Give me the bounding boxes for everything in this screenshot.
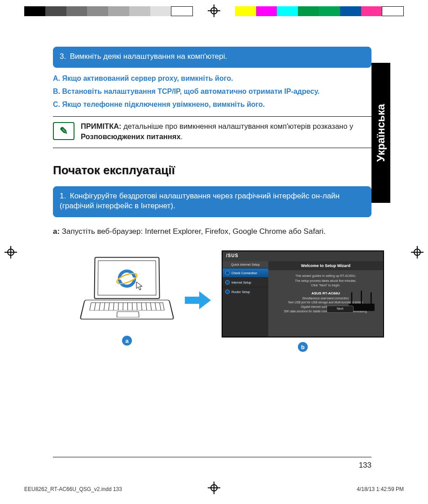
swatch bbox=[24, 6, 45, 16]
swatch bbox=[340, 6, 361, 16]
arrow-wrap bbox=[184, 290, 212, 312]
wizard-sidebar-item: Check Connection bbox=[223, 268, 268, 277]
swatch bbox=[277, 6, 298, 16]
swatch bbox=[382, 6, 404, 16]
wizard-main: Welcome to Setup Wizard This wizard guid… bbox=[268, 261, 383, 337]
page: Українська 3. Вимкніть деякі налаштуванн… bbox=[0, 0, 428, 504]
label-a-pill: a bbox=[122, 336, 132, 346]
wizard-sidebar-item: Router Setup bbox=[223, 287, 268, 296]
swatch bbox=[129, 6, 150, 16]
label-a-text: a bbox=[125, 337, 128, 344]
footer-datetime: 4/18/13 1:42:59 PM bbox=[357, 486, 404, 492]
sub-item-list: A. Якщо активований сервер proxy, вимкні… bbox=[53, 72, 371, 111]
note-row: ✎ ПРИМІТКА: детальніше про вимкнення нал… bbox=[53, 116, 371, 148]
substep-a-text: Запустіть веб-браузер: Internet Explorer… bbox=[60, 227, 326, 236]
step-text: Конфігуруйте бездротові налаштування чер… bbox=[60, 192, 340, 210]
cursor-icon bbox=[136, 281, 143, 290]
swatch bbox=[256, 6, 277, 16]
page-rule bbox=[53, 457, 371, 457]
wizard-line: The setup process takes about five minut… bbox=[273, 279, 379, 284]
step-dot-icon bbox=[225, 289, 230, 294]
laptop-lid bbox=[94, 257, 160, 299]
wizard-sidebar-header: Quick Internet Setup bbox=[223, 261, 268, 268]
registration-mark-icon bbox=[208, 4, 220, 17]
laptop-illustration: a bbox=[80, 257, 174, 346]
swatch bbox=[361, 6, 382, 16]
step-dot-icon bbox=[225, 280, 230, 285]
svg-rect-4 bbox=[361, 291, 362, 305]
laptop-trackpad bbox=[117, 311, 140, 317]
sub-item-c: C. Якщо телефонне підключення увімкнено,… bbox=[53, 98, 371, 111]
swatch bbox=[150, 6, 171, 16]
note-body-after: . bbox=[181, 132, 183, 140]
footer-filename: EEU8262_RT-AC66U_QSG_v2.indd 133 bbox=[24, 486, 122, 492]
step-text: Вимкніть деякі налаштування на комп'ютер… bbox=[70, 52, 227, 61]
swatch bbox=[235, 6, 256, 16]
swatch bbox=[298, 6, 319, 16]
note-icon-glyph: ✎ bbox=[60, 125, 68, 137]
registration-mark-icon bbox=[411, 246, 424, 259]
swatch bbox=[171, 6, 193, 16]
laptop-screen bbox=[98, 261, 157, 296]
step-dot-icon bbox=[225, 271, 230, 275]
step-number: 1. bbox=[60, 191, 68, 202]
language-tab-label: Українська bbox=[375, 104, 387, 162]
wizard-illustration: /SUS Quick Internet Setup Check Connecti… bbox=[222, 250, 384, 352]
wizard-title: Welcome to Setup Wizard bbox=[268, 261, 383, 270]
step-number: 3. bbox=[60, 52, 68, 62]
illustration-row: a /SUS Quick Internet Setup Check Connec… bbox=[80, 250, 371, 352]
wizard-sidebar-label: Check Connection bbox=[231, 272, 257, 275]
setup-wizard-window: /SUS Quick Internet Setup Check Connecti… bbox=[222, 250, 384, 337]
swatch bbox=[66, 6, 87, 16]
page-number: 133 bbox=[359, 461, 371, 470]
registration-mark-icon bbox=[4, 246, 17, 259]
sub-item-b: B. Встановіть налаштування TCP/IP, щоб а… bbox=[53, 85, 371, 98]
note-text: ПРИМІТКА: детальніше про вимкнення налаш… bbox=[81, 121, 371, 142]
svg-rect-3 bbox=[351, 293, 353, 305]
note-bold: Розповсюджених питаннях bbox=[81, 132, 181, 140]
language-tab: Українська bbox=[371, 63, 390, 203]
note-body-before: детальніше про вимкнення налаштування ко… bbox=[122, 122, 354, 130]
swatch bbox=[45, 6, 66, 16]
swatch bbox=[87, 6, 108, 16]
swatch bbox=[108, 6, 129, 16]
wizard-line: Click "Next" to begin. bbox=[273, 283, 379, 288]
section-heading: Початок експлуатації bbox=[53, 163, 371, 177]
wizard-sidebar-label: Router Setup bbox=[231, 290, 250, 294]
wizard-sidebar-item: Internet Setup bbox=[223, 277, 268, 287]
laptop-base bbox=[79, 300, 174, 320]
svg-rect-5 bbox=[371, 293, 372, 305]
wizard-next-button: Next bbox=[327, 306, 354, 313]
step-1-box: 1. Конфігуруйте бездротові налаштування … bbox=[53, 186, 371, 218]
wizard-body: This wizard guides in setting up RT-AC66… bbox=[268, 270, 383, 317]
swatch bbox=[319, 6, 340, 16]
wizard-brand: /SUS bbox=[226, 253, 238, 258]
substep-a: a: Запустіть веб-браузер: Internet Explo… bbox=[53, 226, 371, 237]
wizard-sidebar-label: Internet Setup bbox=[231, 281, 251, 284]
arrow-right-icon bbox=[184, 290, 212, 310]
print-footer: EEU8262_RT-AC66U_QSG_v2.indd 133 4/18/13… bbox=[24, 486, 404, 495]
laptop-keyboard bbox=[89, 302, 165, 310]
internet-explorer-icon bbox=[115, 266, 139, 290]
note-label: ПРИМІТКА: bbox=[81, 122, 122, 130]
sub-item-a: A. Якщо активований сервер proxy, вимкні… bbox=[53, 72, 371, 85]
content-area: 3. Вимкніть деякі налаштування на комп'ю… bbox=[53, 47, 371, 475]
wizard-sidebar: Quick Internet Setup Check Connection In… bbox=[223, 261, 268, 337]
label-b-pill: b bbox=[298, 342, 308, 352]
label-b-text: b bbox=[301, 344, 305, 351]
substep-a-label: a: bbox=[53, 227, 60, 236]
wizard-next-label: Next bbox=[337, 307, 343, 311]
wizard-line: This wizard guides in setting up RT-AC66… bbox=[273, 274, 379, 279]
step-3-box: 3. Вимкніть деякі налаштування на комп'ю… bbox=[53, 47, 371, 68]
note-icon: ✎ bbox=[53, 122, 74, 140]
